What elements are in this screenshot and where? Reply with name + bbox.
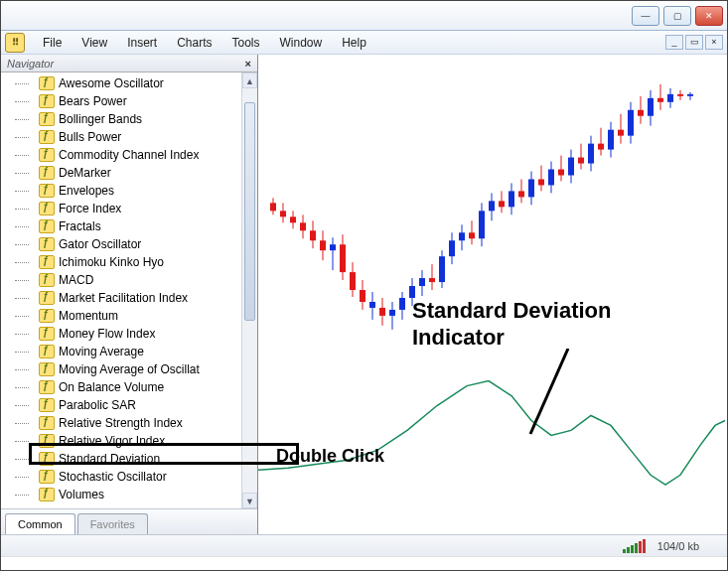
indicator-item-moving-average-of-oscillat[interactable]: Moving Average of Oscillat	[7, 360, 257, 378]
svg-rect-27	[399, 298, 405, 310]
svg-rect-43	[479, 211, 485, 238]
svg-rect-13	[330, 244, 336, 250]
indicator-item-on-balance-volume[interactable]: On Balance Volume	[7, 378, 257, 396]
tab-favorites[interactable]: Favorites	[77, 513, 148, 534]
indicator-item-bears-power[interactable]: Bears Power	[7, 92, 257, 110]
svg-rect-61	[568, 158, 574, 176]
svg-rect-37	[449, 240, 455, 256]
tab-common[interactable]: Common	[5, 513, 75, 534]
svg-rect-47	[499, 201, 505, 207]
indicator-label: On Balance Volume	[59, 380, 164, 394]
indicator-item-awesome-oscillator[interactable]: Awesome Oscillator	[7, 74, 257, 92]
navigator-close-icon[interactable]: ×	[245, 58, 251, 70]
indicator-item-relative-strength-index[interactable]: Relative Strength Index	[7, 414, 257, 432]
menu-help[interactable]: Help	[332, 33, 376, 53]
mdi-close-button[interactable]: ×	[705, 35, 723, 50]
svg-rect-33	[429, 278, 435, 282]
indicator-label: Gator Oscillator	[59, 237, 141, 251]
svg-rect-41	[469, 232, 475, 238]
indicator-label: Volumes	[59, 488, 104, 501]
indicator-icon	[39, 345, 55, 358]
indicator-item-ichimoku-kinko-hyo[interactable]: Ichimoku Kinko Hyo	[7, 253, 257, 271]
svg-rect-81	[667, 94, 673, 102]
indicator-item-bulls-power[interactable]: Bulls Power	[7, 128, 257, 146]
indicator-item-volumes[interactable]: Volumes	[7, 486, 257, 503]
indicator-label: Bears Power	[59, 94, 127, 108]
indicator-icon	[39, 166, 55, 180]
indicator-item-macd[interactable]: MACD	[7, 271, 257, 289]
indicator-item-envelopes[interactable]: Envelopes	[7, 182, 257, 200]
menu-view[interactable]: View	[72, 33, 117, 53]
indicator-icon	[39, 76, 55, 90]
menu-tools[interactable]: Tools	[222, 33, 270, 53]
indicator-item-commodity-channel-index[interactable]: Commodity Channel Index	[7, 146, 257, 164]
svg-rect-23	[379, 308, 385, 316]
chart-pane[interactable]: Standard Deviation Indicator Double Clic…	[258, 55, 727, 534]
menu-charts[interactable]: Charts	[167, 33, 221, 53]
indicator-icon	[39, 148, 55, 162]
svg-rect-45	[489, 201, 495, 211]
svg-rect-53	[528, 179, 534, 197]
indicator-item-parabolic-sar[interactable]: Parabolic SAR	[7, 396, 257, 414]
minimize-button[interactable]: —	[632, 6, 659, 26]
svg-rect-57	[548, 170, 554, 186]
svg-rect-29	[409, 286, 415, 298]
svg-rect-75	[638, 110, 644, 116]
svg-rect-7	[300, 222, 306, 230]
close-button[interactable]: ✕	[695, 6, 723, 26]
indicator-label: Fractals	[59, 219, 101, 233]
menu-window[interactable]: Window	[270, 33, 333, 53]
scroll-thumb[interactable]	[244, 102, 255, 321]
svg-rect-71	[618, 130, 624, 136]
indicator-label: Ichimoku Kinko Hyo	[59, 255, 164, 269]
svg-rect-65	[588, 144, 594, 164]
indicator-item-moving-average[interactable]: Moving Average	[7, 343, 257, 360]
indicator-item-market-facilitation-index[interactable]: Market Facilitation Index	[7, 289, 257, 307]
svg-rect-51	[518, 191, 524, 197]
indicator-icon	[39, 327, 55, 341]
navigator-title: Navigator	[7, 58, 54, 70]
window-titlebar: — ▢ ✕	[1, 1, 727, 31]
indicator-item-momentum[interactable]: Momentum	[7, 307, 257, 325]
indicator-icon	[39, 398, 55, 412]
annotation-title-line2: Indicator	[412, 325, 505, 351]
indicator-item-gator-oscillator[interactable]: Gator Oscillator	[7, 235, 257, 253]
indicator-label: Awesome Oscillator	[59, 76, 164, 90]
menu-file[interactable]: File	[33, 33, 72, 53]
indicator-item-money-flow-index[interactable]: Money Flow Index	[7, 325, 257, 343]
highlight-standard-deviation	[29, 443, 299, 465]
indicator-icon	[39, 416, 55, 430]
svg-rect-77	[648, 98, 654, 116]
indicator-icon	[39, 219, 55, 233]
svg-rect-11	[320, 240, 326, 250]
svg-rect-67	[598, 144, 604, 150]
svg-rect-85	[687, 94, 693, 96]
mdi-restore-button[interactable]: ▭	[685, 35, 703, 50]
indicator-label: DeMarker	[59, 166, 111, 180]
indicator-label: Relative Strength Index	[59, 416, 183, 430]
svg-rect-1	[270, 203, 276, 211]
indicator-label: Stochastic Oscillator	[59, 470, 167, 484]
app-icon: ⠿	[5, 33, 25, 53]
indicator-icon	[39, 255, 55, 269]
mdi-minimize-button[interactable]: _	[665, 35, 683, 50]
scroll-down-icon[interactable]: ▼	[242, 493, 257, 508]
menu-insert[interactable]: Insert	[117, 33, 167, 53]
maximize-button[interactable]: ▢	[663, 6, 691, 26]
indicator-label: Money Flow Index	[59, 327, 155, 341]
svg-rect-15	[340, 244, 346, 272]
indicator-item-force-index[interactable]: Force Index	[7, 200, 257, 217]
indicator-item-bollinger-bands[interactable]: Bollinger Bands	[7, 110, 257, 128]
indicator-icon	[39, 273, 55, 287]
svg-rect-19	[360, 290, 365, 302]
svg-rect-21	[369, 302, 375, 308]
indicator-item-fractals[interactable]: Fractals	[7, 217, 257, 235]
connection-bars-icon	[623, 539, 646, 553]
indicator-item-demarker[interactable]: DeMarker	[7, 164, 257, 182]
indicator-item-stochastic-oscillator[interactable]: Stochastic Oscillator	[7, 468, 257, 486]
indicator-label: Moving Average of Oscillat	[59, 362, 200, 376]
scroll-up-icon[interactable]: ▲	[242, 72, 257, 88]
footer-pad	[1, 556, 727, 570]
indicator-icon	[39, 94, 55, 108]
indicator-label: Parabolic SAR	[59, 398, 136, 412]
